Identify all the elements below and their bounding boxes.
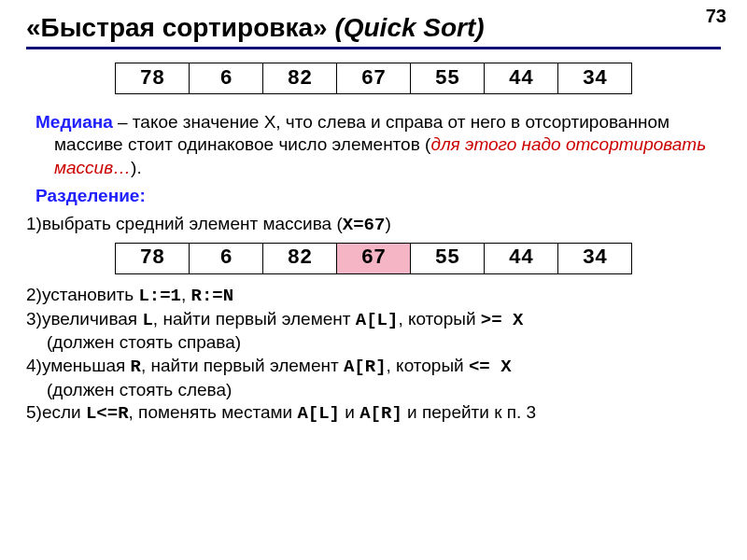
step2-text-a: 2)установить [26,285,138,304]
step2-mono-1: L:=1 [138,286,181,306]
array2-cell: 55 [411,243,485,273]
split-label: Разделение: [35,186,146,205]
array1-cell: 34 [558,63,632,94]
step4-text-b: , найти первый элемент [141,356,344,375]
step4-text-d: (должен стоять слева) [26,379,721,402]
step-2: 2)установить L:=1, R:=N [26,284,721,308]
array1-cell: 6 [190,63,263,94]
step3-mono-2: A[L] [356,310,399,330]
step5-mono-3: A[R] [359,403,402,424]
step2-mono-2: R:=N [191,286,234,306]
array1-cell: 55 [411,63,485,94]
step-1: 1)выбрать средний элемент массива (X=67) [26,213,721,237]
step3-text-a: 3)увеличивая [26,309,142,329]
step-5: 5)если L<=R, поменять местами A[L] и A[R… [26,401,721,426]
array2-cell: 6 [190,243,263,273]
array2-cell: 82 [263,243,337,273]
split-heading: Разделение: [35,185,721,207]
slide: 73 «Быстрая сортировка» (Quick Sort) 78 … [0,0,747,435]
array-table-2: 78 6 82 67 55 44 34 [115,243,632,274]
step5-mono-2: A[L] [297,403,340,424]
step2-text-b: , [181,285,191,304]
slide-title: «Быстрая сортировка» (Quick Sort) [26,13,721,43]
step-4: 4)уменьшая R, найти первый элемент A[R],… [26,355,721,401]
array1-cell: 78 [116,63,190,94]
step4-mono-3: <= X [469,357,512,377]
array1-cell: 67 [337,63,411,94]
step4-mono-1: R [131,357,141,377]
step5-text-b: , поменять местами [129,402,298,422]
step3-text-d: (должен стоять справа) [26,331,721,355]
title-divider [26,47,721,49]
page-number: 73 [706,6,726,27]
step4-text-a: 4)уменьшая [26,356,131,375]
step5-mono-1: L<=R [86,403,129,424]
step4-mono-2: A[R] [344,357,387,377]
step3-text-c: , который [398,309,480,329]
step1-mono: X=67 [343,215,386,235]
step1-text-b: ) [385,214,390,233]
array2-cell: 34 [558,243,632,273]
array2-pivot-cell: 67 [337,243,411,273]
step3-mono-1: L [142,310,152,330]
array-table-1: 78 6 82 67 55 44 34 [115,63,632,94]
median-close: ). [131,158,142,177]
array1-cell: 44 [485,63,558,94]
title-main: «Быстрая сортировка» [26,13,328,42]
step5-text-c: и [340,402,359,422]
step3-text-b: , найти первый элемент [153,309,356,329]
median-term: Медиана [35,112,113,132]
array1-cell: 82 [263,63,337,94]
step5-text-a: 5)если [26,402,86,422]
step3-mono-3: >= X [481,310,524,330]
step4-text-c: , который [387,356,469,375]
step5-text-d: и перейти к п. 3 [402,402,536,422]
step-3: 3)увеличивая L, найти первый элемент A[L… [26,308,721,355]
median-paragraph: Медиана – такое значение X, что слева и … [54,111,721,179]
title-sub: (Quick Sort) [334,13,484,42]
step1-text-a: 1)выбрать средний элемент массива ( [26,214,343,233]
array2-cell: 44 [485,243,558,273]
steps-list: 1)выбрать средний элемент массива (X=67)… [26,213,721,426]
array2-cell: 78 [116,243,190,273]
